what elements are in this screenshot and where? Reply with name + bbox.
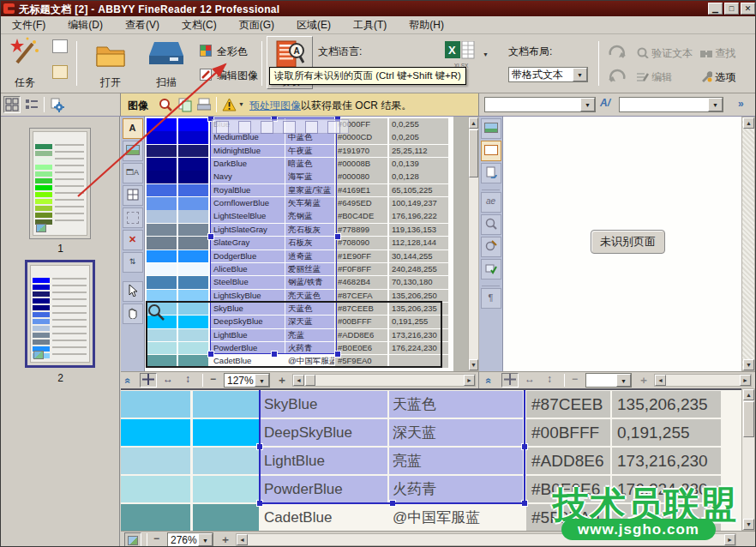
image-canvas[interactable]: Blue#0000FF0,0,255MediumBlue中蓝色#0000CD0,… [145, 117, 468, 371]
pan-hand-tool[interactable] [123, 304, 143, 324]
verify-text-button[interactable]: 验证文本 [637, 46, 693, 61]
combo-arrow-icon[interactable]: ▼ [255, 374, 269, 387]
image-hscrollbar[interactable]: ◄ ► [292, 374, 476, 387]
scroll-right-icon[interactable]: ► [464, 375, 475, 386]
detail-view-button[interactable] [23, 96, 40, 113]
special-chars-button[interactable]: ae [481, 192, 501, 213]
scroll-down-icon[interactable]: ▼ [743, 359, 754, 370]
menu-edit[interactable]: 编辑(D) [57, 16, 114, 34]
options-button[interactable]: 选项 [700, 70, 735, 85]
close-button[interactable]: ✕ [741, 3, 755, 15]
zoom-canvas[interactable]: SkyBlue天蓝色#87CEEB135,206,235DeepSkyBlue深… [121, 388, 741, 531]
combo-arrow-icon[interactable]: ▼ [198, 533, 213, 546]
minimize-button[interactable]: ▁ [708, 3, 723, 15]
ghost-toolbar-icon[interactable] [261, 121, 273, 134]
menu-help[interactable]: 帮助(H) [398, 16, 455, 34]
zoom-in-icon[interactable]: ＋ [277, 373, 287, 388]
preprocess-image-link[interactable]: 预处理图像 [249, 99, 301, 113]
zoom-hscrollbar[interactable]: ◄ ► [236, 533, 736, 546]
menu-area[interactable]: 区域(E) [285, 16, 342, 34]
selection-handle[interactable] [334, 233, 341, 240]
combo-arrow-icon[interactable]: ▼ [708, 98, 723, 111]
copy-page-icon[interactable] [52, 65, 68, 79]
next-page-button[interactable] [481, 163, 501, 183]
ghost-toolbar-icon[interactable] [305, 121, 318, 134]
scan-button[interactable]: 扫描 [141, 37, 192, 90]
zoom-in-icon[interactable]: ＋ [220, 532, 231, 547]
fit-width-button[interactable]: ↔ [159, 373, 177, 388]
scroll-down-icon[interactable]: ▼ [743, 519, 754, 530]
font-size-select[interactable]: ▼ [619, 97, 723, 112]
scroll-left-icon[interactable]: ◄ [293, 375, 304, 386]
zoom-in-icon[interactable]: ＋ [639, 373, 649, 388]
zoom-tool-icon[interactable] [159, 98, 173, 112]
menu-tools[interactable]: 工具(T) [342, 16, 398, 34]
combo-arrow-icon[interactable]: ▼ [573, 68, 587, 81]
collapse-panel-icon[interactable]: « [122, 378, 134, 384]
menu-document[interactable]: 文档(C) [171, 16, 228, 34]
combo-arrow-icon[interactable]: ▼ [580, 98, 595, 111]
save-dropdown-arrow[interactable]: ▼ [483, 51, 489, 57]
verify-spelling-button[interactable] [481, 214, 501, 235]
collapse-panel-icon[interactable]: « [483, 378, 495, 384]
task-button[interactable]: 任务 [3, 37, 47, 90]
ghost-toolbar-icon[interactable] [283, 121, 296, 134]
reorder-areas-tool[interactable]: ⇅ [123, 252, 143, 273]
page-thumbnail-2[interactable] [25, 260, 95, 368]
zoom-region-rect[interactable] [146, 301, 442, 368]
zoom-window-button[interactable] [124, 532, 141, 547]
formatting-marks-button[interactable]: ¶ [481, 288, 501, 309]
edit-image-button[interactable]: 编辑图像 [200, 67, 277, 84]
print-image-icon[interactable] [197, 98, 211, 112]
undo-button[interactable] [608, 67, 627, 87]
delete-area-tool[interactable]: ✕ [123, 230, 143, 250]
save-xlsx-button[interactable]: X XLSX [445, 41, 477, 67]
find-replace-button[interactable] [481, 237, 501, 257]
zoom-out-icon[interactable]: − [210, 373, 216, 385]
warning-dropdown-arrow[interactable]: ▼ [238, 101, 244, 107]
scroll-up-icon[interactable]: ▲ [469, 117, 478, 129]
zoom-out-icon[interactable]: − [572, 373, 578, 385]
page-number-1[interactable]: 1 [1, 243, 120, 255]
page-number-2[interactable]: 2 [1, 372, 120, 384]
fit-page-button[interactable] [501, 373, 519, 388]
image-vscrollbar[interactable]: ▲ ▼ [468, 117, 479, 371]
copy-image-icon[interactable] [178, 98, 192, 112]
floating-area-toolbar[interactable] [212, 119, 349, 134]
ghost-toolbar-icon[interactable] [216, 121, 229, 134]
scroll-down-icon[interactable]: ▼ [469, 359, 478, 370]
scroll-left-icon[interactable]: ◄ [655, 375, 666, 386]
fit-page-button[interactable] [140, 373, 157, 388]
ghost-toolbar-icon[interactable] [327, 121, 340, 134]
menu-page[interactable]: 页面(G) [228, 16, 285, 34]
menu-view[interactable]: 查看(V) [114, 16, 171, 34]
picture-area-tool[interactable] [123, 141, 143, 161]
show-text-layout-button[interactable] [481, 141, 501, 161]
page-settings-button[interactable] [48, 96, 67, 113]
find-button[interactable]: 查找 [700, 46, 735, 61]
scroll-up-icon[interactable]: ▲ [743, 389, 754, 400]
scroll-up-icon[interactable]: ▲ [743, 117, 754, 129]
new-page-icon[interactable] [52, 39, 68, 53]
text-hscrollbar[interactable]: ◄ ► [654, 374, 752, 387]
menu-file[interactable]: 文件(F) [1, 16, 57, 34]
fullcolor-button[interactable]: 全彩色 [200, 43, 277, 60]
combo-arrow-icon[interactable]: ▼ [616, 374, 631, 387]
zoom-level-select[interactable]: 276%▼ [167, 532, 213, 547]
edit-button[interactable]: 编辑 [637, 70, 672, 85]
maximize-button[interactable]: □ [724, 3, 739, 15]
recognition-area-tool[interactable] [123, 207, 143, 228]
scroll-left-icon[interactable]: ◄ [237, 534, 248, 545]
scroll-thumb[interactable] [305, 375, 315, 386]
select-cursor-tool[interactable] [123, 281, 143, 302]
fit-width-button[interactable]: ↔ [521, 373, 538, 388]
open-button[interactable]: 打开 [85, 37, 136, 90]
zoom-out-icon[interactable]: − [153, 532, 159, 544]
text-vscrollbar[interactable]: ▲ ▼ [741, 117, 755, 371]
thumbnail-view-button[interactable] [3, 96, 21, 113]
more-tools-chevron[interactable]: » [738, 98, 744, 110]
title-bar[interactable]: 无标题文档 [2] - ABBYY FineReader 12 Professi… [1, 1, 756, 16]
show-image-button[interactable] [481, 118, 501, 139]
text-canvas[interactable]: 未识别页面 [503, 117, 741, 371]
text-area-tool[interactable]: A [123, 118, 143, 139]
